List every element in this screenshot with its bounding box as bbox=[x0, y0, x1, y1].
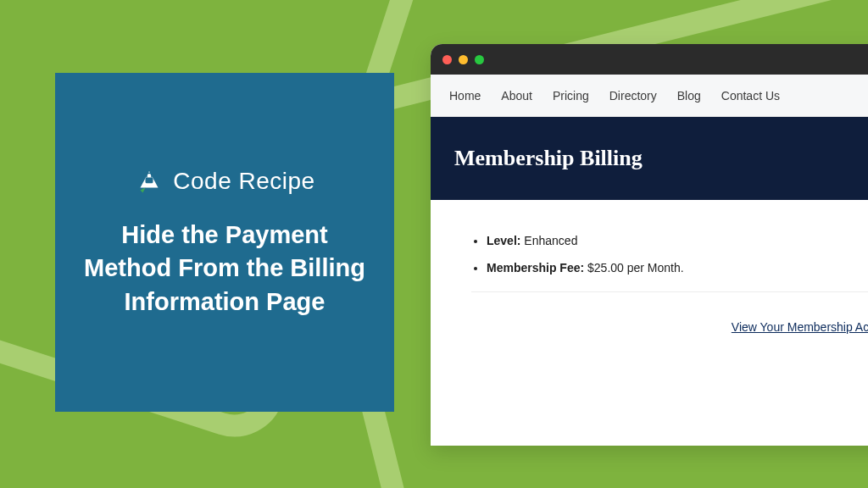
close-icon[interactable] bbox=[442, 55, 452, 64]
promo-headline: Hide the Payment Method From the Billing… bbox=[81, 219, 369, 318]
view-account-link[interactable]: View Your Membership Acco bbox=[732, 320, 868, 334]
nav-blog[interactable]: Blog bbox=[677, 89, 701, 103]
code-recipe-logo-icon bbox=[134, 166, 164, 197]
nav-pricing[interactable]: Pricing bbox=[553, 89, 589, 103]
minimize-icon[interactable] bbox=[459, 55, 468, 64]
nav-about[interactable]: About bbox=[501, 89, 532, 103]
list-item: Level: Enhanced bbox=[487, 234, 868, 247]
browser-window: Home About Pricing Directory Blog Contac… bbox=[431, 44, 868, 446]
nav-directory[interactable]: Directory bbox=[609, 89, 657, 103]
divider bbox=[471, 291, 868, 292]
level-label: Level: bbox=[487, 234, 520, 247]
fee-label: Membership Fee: bbox=[487, 261, 584, 274]
title-bar bbox=[431, 44, 868, 75]
page-hero: Membership Billing bbox=[431, 117, 868, 200]
promo-card: Code Recipe Hide the Payment Method From… bbox=[55, 73, 394, 412]
account-link-row: View Your Membership Acco bbox=[431, 319, 868, 352]
brand-row: Code Recipe bbox=[134, 166, 314, 197]
list-item: Membership Fee: $25.00 per Month. bbox=[487, 261, 868, 274]
svg-rect-0 bbox=[146, 178, 153, 184]
brand-name: Code Recipe bbox=[173, 168, 314, 195]
billing-details: Level: Enhanced Membership Fee: $25.00 p… bbox=[431, 200, 868, 319]
level-value: Enhanced bbox=[524, 234, 577, 247]
site-nav: Home About Pricing Directory Blog Contac… bbox=[431, 75, 868, 117]
maximize-icon[interactable] bbox=[475, 55, 484, 64]
fee-value: $25.00 per Month. bbox=[587, 261, 684, 274]
nav-contact[interactable]: Contact Us bbox=[721, 89, 780, 103]
page-title: Membership Billing bbox=[454, 146, 868, 171]
nav-home[interactable]: Home bbox=[449, 89, 481, 103]
